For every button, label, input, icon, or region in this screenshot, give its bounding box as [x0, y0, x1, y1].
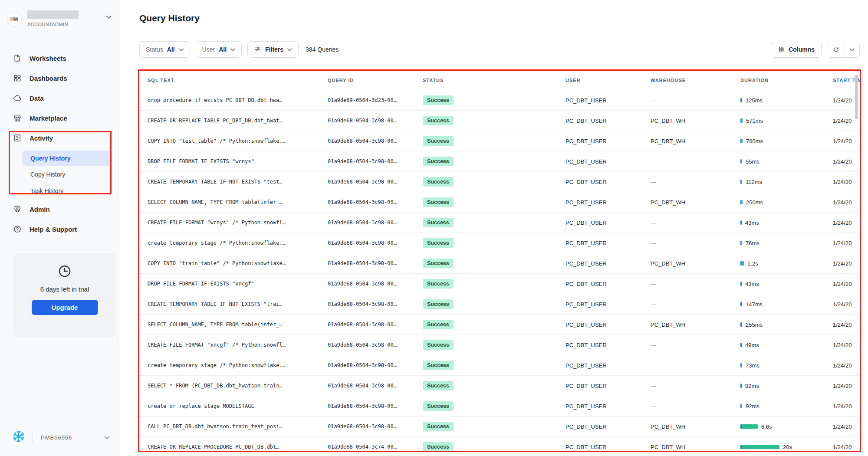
sidebar-subitem-task-history[interactable]: Task History — [0, 183, 118, 199]
query-id-cell: 01a9de68-0504-3c98-00… — [328, 321, 423, 328]
table-row[interactable]: CREATE OR REPLACE TABLE PC_DBT_DB.dbt_hw… — [139, 111, 860, 131]
column-header-sql-text[interactable]: SQL TEXT — [148, 78, 328, 83]
table-row[interactable]: drop procedure if exists PC_DBT_DB.dbt_h… — [139, 90, 860, 111]
duration-bar — [740, 98, 742, 102]
account-switcher[interactable]: HW ACCOUNTADMIN — [7, 10, 111, 27]
table-row[interactable]: SELECT * FROM (PC_DBT_DB.dbt_hwatson.tra… — [139, 376, 860, 396]
sidebar-subitem-copy-history[interactable]: Copy History — [0, 166, 118, 183]
table-row[interactable]: SELECT COLUMN_NAME, TYPE FROM table(infe… — [139, 315, 860, 335]
sidebar-subitem-query-history[interactable]: Query History — [22, 151, 112, 166]
duration-value: 147ms — [746, 301, 763, 308]
start-time-cell: 1/24/20 — [833, 403, 860, 410]
table-row[interactable]: create or replace stage MODELSTAGE 01a9d… — [139, 396, 860, 417]
sidebar-item-help[interactable]: Help & Support — [0, 219, 118, 239]
table-row[interactable]: CREATE FILE FORMAT "xncgf" /* Python:sno… — [139, 335, 860, 355]
duration-value: 76ms — [746, 240, 760, 246]
user-cell: PC_DBT_USER — [566, 220, 651, 226]
status-badge: Success — [423, 422, 454, 431]
query-id-cell: 01a9de69-0504-3d23-00… — [328, 97, 423, 103]
status-badge: Success — [423, 136, 454, 146]
column-header-user[interactable]: USER — [566, 78, 651, 83]
cloud-icon — [13, 94, 22, 102]
start-time-cell: 1/24/20 — [833, 301, 860, 308]
toolbar: Status All User All Filters 384 Queries … — [139, 41, 860, 58]
vertical-scrollbar[interactable] — [855, 75, 858, 119]
column-header-query-id[interactable]: QUERY ID — [328, 78, 423, 83]
refresh-button[interactable] — [827, 42, 845, 57]
sidebar-item-marketplace[interactable]: Marketplace — [0, 108, 118, 128]
warehouse-cell: PC_DBT_WH — [651, 321, 740, 328]
sidebar-item-activity[interactable]: Activity — [0, 128, 118, 148]
start-time-cell: 1/24/20 — [833, 158, 860, 165]
column-header-duration[interactable]: DURATION — [740, 78, 833, 83]
table-row[interactable]: COPY INTO "test_table" /* Python:snowfla… — [139, 131, 860, 151]
user-cell: PC_DBT_USER — [566, 423, 651, 430]
table-row[interactable]: COPY INTO "train_table" /* Python:snowfl… — [139, 253, 860, 274]
upgrade-button[interactable]: Upgrade — [32, 300, 98, 315]
status-badge: Success — [423, 95, 454, 105]
table-row[interactable]: DROP FILE FORMAT IF EXISTS "xncgf" 01a9d… — [139, 274, 860, 294]
sql-text-cell: create temporary stage /* Python:snowfla… — [148, 362, 328, 368]
account-name-redacted — [27, 10, 79, 19]
start-time-cell: 1/24/20 — [833, 444, 860, 450]
status-badge: Success — [423, 340, 454, 350]
duration-value: 49ms — [745, 342, 759, 348]
filters-button[interactable]: Filters — [247, 41, 299, 58]
sidebar-item-label: Dashboards — [30, 75, 67, 82]
duration-bar — [740, 180, 742, 184]
warehouse-cell: — — [651, 342, 740, 348]
clock-icon — [57, 264, 72, 279]
warehouse-cell: — — [651, 301, 740, 308]
table-row[interactable]: CREATE TEMPORARY TABLE IF NOT EXISTS "te… — [139, 172, 860, 192]
user-cell: PC_DBT_USER — [566, 362, 651, 369]
journal-icon — [13, 134, 22, 142]
status-cell: Success — [423, 177, 566, 187]
status-filter[interactable]: Status All — [139, 41, 190, 58]
column-header-status[interactable]: STATUS — [423, 78, 566, 83]
duration-value: 92ms — [746, 403, 760, 410]
table-row[interactable]: CREATE OR REPLACE PROCEDURE PC_DBT_DB.db… — [139, 437, 860, 452]
status-cell: Success — [423, 442, 566, 452]
status-badge: Success — [423, 381, 454, 390]
column-header-warehouse[interactable]: WAREHOUSE — [651, 78, 740, 83]
sql-text-cell: DROP FILE FORMAT IF EXISTS "xncgf" — [148, 281, 328, 287]
sql-text-cell: SELECT COLUMN_NAME, TYPE FROM table(infe… — [148, 321, 328, 328]
user-cell: PC_DBT_USER — [566, 281, 651, 287]
refresh-options-button[interactable] — [845, 42, 859, 57]
table-row[interactable]: DROP FILE FORMAT IF EXISTS "wcnys" 01a9d… — [139, 151, 860, 172]
table-row[interactable]: create temporary stage /* Python:snowfla… — [139, 355, 860, 376]
table-row[interactable]: create temporary stage /* Python:snowfla… — [139, 233, 860, 253]
chevron-down-icon — [850, 48, 855, 51]
table-row[interactable]: SELECT COLUMN_NAME, TYPE FROM table(infe… — [139, 192, 860, 213]
query-id-cell: 01a9de68-0504-3c98-00… — [328, 383, 423, 389]
status-cell: Success — [423, 381, 566, 390]
columns-button[interactable]: Columns — [771, 42, 822, 58]
status-cell: Success — [423, 320, 566, 329]
account-id: PMB56956 — [41, 434, 72, 441]
status-cell: Success — [423, 136, 566, 146]
table-row[interactable]: CALL PC_DBT_DB.dbt_hwatson.train_test_po… — [139, 417, 860, 437]
columns-icon — [778, 46, 785, 53]
user-filter[interactable]: User All — [196, 41, 242, 58]
account-footer[interactable]: PMB56956 — [12, 430, 109, 445]
status-badge: Success — [423, 361, 454, 370]
status-badge: Success — [423, 279, 454, 289]
sidebar-item-admin[interactable]: Admin — [0, 199, 118, 219]
table-row[interactable]: CREATE FILE FORMAT "wcnys" /* Python:sno… — [139, 213, 860, 233]
sidebar-item-dashboards[interactable]: Dashboards — [0, 68, 118, 88]
warehouse-cell: PC_DBT_WH — [651, 118, 740, 124]
table-row[interactable]: CREATE TEMPORARY TABLE IF NOT EXISTS "tr… — [139, 294, 860, 315]
warehouse-cell: PC_DBT_WH — [651, 260, 740, 267]
duration-cell: 255ms — [740, 321, 833, 328]
trial-text: 6 days left in trial — [13, 285, 116, 293]
status-badge: Success — [423, 259, 454, 268]
sidebar-nav: Worksheets Dashboards Data Marketplace A… — [0, 48, 118, 239]
user-cell: PC_DBT_USER — [566, 240, 651, 246]
duration-bar — [740, 322, 742, 327]
sidebar-item-worksheets[interactable]: Worksheets — [0, 48, 118, 68]
query-id-cell: 01a9de68-0504-3c98-00… — [328, 199, 423, 205]
status-badge: Success — [423, 177, 454, 187]
query-id-cell: 01a9de68-0504-3c98-00… — [328, 138, 423, 144]
sidebar-item-data[interactable]: Data — [0, 88, 118, 108]
duration-cell: 43ms — [740, 281, 833, 287]
